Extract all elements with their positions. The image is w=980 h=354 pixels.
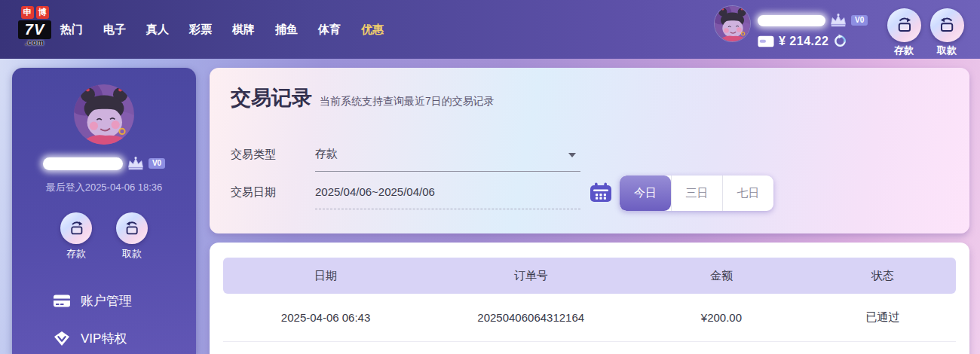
table-header-row: 日期 订单号 金额 状态 (223, 258, 956, 294)
username-censored (758, 15, 825, 26)
deposit-label: 存款 (57, 247, 95, 261)
sidebar-deposit-button[interactable]: 存款 (57, 212, 95, 261)
transaction-type-select[interactable]: 存款 (315, 137, 580, 172)
col-header-order: 订单号 (428, 269, 633, 283)
sidebar-menu: 账户管理 VIP特权 (12, 282, 196, 354)
transaction-type-value: 存款 (315, 147, 338, 161)
crown-icon (126, 156, 145, 171)
col-header-date: 日期 (223, 269, 428, 283)
transaction-filter-panel: 交易记录 当前系统支持查询最近7日的交易记录 交易类型 存款 交易日期 2025… (210, 68, 969, 233)
brand-logo[interactable]: 申 博 7V .com (14, 6, 56, 47)
balance-amount: ¥ 214.22 (779, 35, 828, 48)
chevron-down-icon (568, 153, 576, 161)
sidebar-user-row: V0 (12, 156, 196, 171)
brand-tld: .com (14, 38, 56, 47)
cell-amount: ¥200.00 (633, 311, 809, 324)
table-row: 2025-04-06 06:43 20250406064312164 ¥200.… (223, 294, 956, 342)
withdraw-icon (123, 219, 142, 238)
nav-item-slots[interactable]: 电子 (103, 23, 126, 37)
avatar-image (74, 84, 134, 145)
main-content: 交易记录 当前系统支持查询最近7日的交易记录 交易类型 存款 交易日期 2025… (210, 68, 969, 354)
username-censored (43, 157, 123, 170)
nav-item-promo[interactable]: 优惠 (361, 23, 384, 37)
main-menu: 热门 电子 真人 彩票 棋牌 捕鱼 体育 优惠 (60, 0, 384, 59)
transaction-date-value: 2025/04/06~2025/04/06 (315, 185, 435, 198)
sidebar-item-label: VIP特权 (81, 330, 127, 347)
page-subtitle: 当前系统支持查询最近7日的交易记录 (320, 95, 495, 108)
top-nav: 申 博 7V .com 热门 电子 真人 彩票 棋牌 捕鱼 体育 优惠 V0 (0, 0, 980, 59)
topbar-deposit-button[interactable]: 存款 (887, 8, 921, 57)
cell-date: 2025-04-06 06:43 (223, 311, 428, 324)
avatar-image (715, 6, 750, 41)
sidebar: V0 最后登入2025-04-06 18:36 存款 取款 账户管理 VIP特权 (12, 68, 196, 354)
page-title: 交易记录 (231, 84, 312, 111)
brand-badges: 申 博 (14, 6, 56, 19)
page: 申 博 7V .com 热门 电子 真人 彩票 棋牌 捕鱼 体育 优惠 V0 (0, 0, 980, 354)
nav-item-fishing[interactable]: 捕鱼 (275, 23, 298, 37)
topbar-user-info: V0 ¥ 214.22 (758, 13, 868, 48)
brand-badge-left: 申 (21, 6, 34, 19)
crown-icon (828, 13, 848, 28)
deposit-icon (67, 219, 86, 238)
sidebar-cash-actions: 存款 取款 (12, 212, 196, 261)
nav-item-sports[interactable]: 体育 (318, 23, 341, 37)
nav-item-hot[interactable]: 热门 (60, 23, 83, 37)
transaction-type-label: 交易类型 (231, 148, 315, 162)
sidebar-item-account[interactable]: 账户管理 (12, 282, 196, 319)
last-login-text: 最后登入2025-04-06 18:36 (12, 181, 196, 194)
bank-card-icon (53, 293, 71, 309)
brand-name: 7V (18, 20, 51, 39)
sidebar-avatar[interactable] (74, 84, 134, 145)
col-header-status: 状态 (810, 269, 956, 283)
cell-order: 20250406064312164 (428, 311, 633, 324)
tab-today[interactable]: 今日 (620, 175, 671, 211)
sidebar-withdraw-button[interactable]: 取款 (113, 212, 151, 261)
wallet-icon (758, 35, 774, 47)
transaction-date-input[interactable]: 2025/04/06~2025/04/06 (315, 175, 580, 209)
transaction-date-label: 交易日期 (231, 185, 315, 200)
withdraw-label: 取款 (929, 44, 964, 57)
vip-level-badge: V0 (149, 158, 165, 169)
deposit-icon (894, 15, 914, 35)
refresh-balance-icon[interactable] (833, 34, 847, 48)
calendar-icon[interactable] (590, 182, 612, 203)
deposit-label: 存款 (887, 44, 921, 57)
vip-diamond-icon (53, 331, 71, 346)
brand-badge-right: 博 (36, 6, 49, 19)
sidebar-item-vip[interactable]: VIP特权 (12, 319, 196, 354)
cell-status: 已通过 (810, 310, 956, 325)
topbar-withdraw-button[interactable]: 取款 (929, 8, 964, 57)
filter-form: 交易类型 存款 交易日期 2025/04/06~2025/04/06 (231, 137, 948, 209)
topbar-avatar[interactable] (715, 6, 750, 41)
transaction-table-panel: 日期 订单号 金额 状态 2025-04-06 06:43 2025040606… (210, 243, 969, 354)
vip-level-badge: V0 (851, 15, 868, 26)
nav-item-live[interactable]: 真人 (146, 23, 169, 37)
tab-seven-days[interactable]: 七日 (722, 175, 773, 211)
tab-three-days[interactable]: 三日 (671, 175, 722, 211)
withdraw-label: 取款 (113, 247, 151, 261)
date-range-tabs: 今日 三日 七日 (620, 175, 773, 211)
nav-item-lottery[interactable]: 彩票 (189, 23, 212, 37)
withdraw-icon (937, 15, 957, 35)
col-header-amount: 金额 (633, 269, 809, 283)
sidebar-item-label: 账户管理 (81, 292, 132, 310)
nav-item-cards[interactable]: 棋牌 (232, 23, 255, 37)
